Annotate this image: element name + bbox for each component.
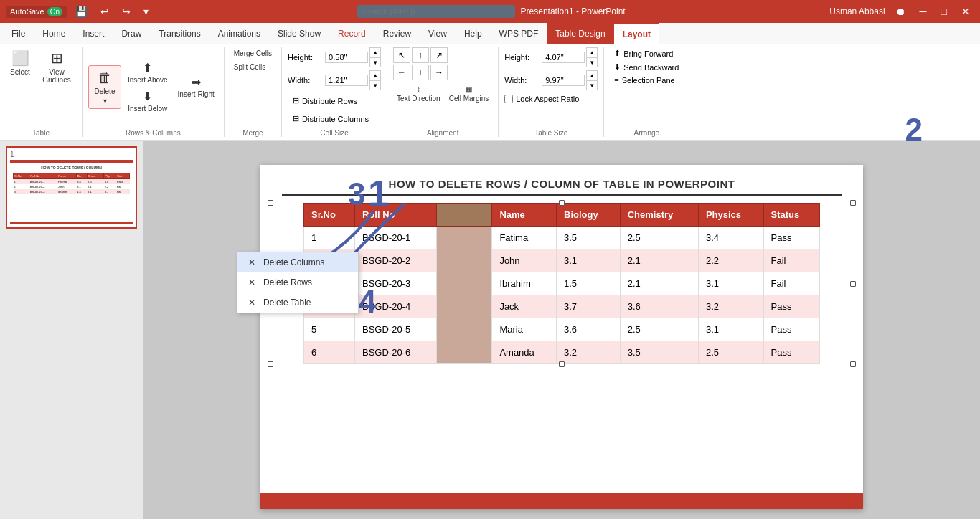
table-cell[interactable]: John [492,249,557,272]
tab-file[interactable]: File [3,23,34,44]
delete-button[interactable]: 🗑 Delete ▾ [90,67,119,107]
table-cell[interactable]: 3.1 [698,272,763,295]
tab-wpspdf[interactable]: WPS PDF [491,23,547,44]
table-cell[interactable]: Jack [492,295,557,318]
merge-cells-button[interactable]: Merge Cells [230,47,275,59]
table-height-up[interactable]: ▲ [586,47,598,57]
table-cell[interactable]: Amanda [492,341,557,364]
table-cell[interactable]: Pass [763,318,820,341]
cell-width-up[interactable]: ▲ [369,70,381,80]
text-direction-button[interactable]: ↕ Text Direction [393,83,444,105]
table-height-down[interactable]: ▼ [586,57,598,67]
table-cell[interactable]: 2.2 [698,249,763,272]
save-button[interactable]: 💾 [71,6,92,17]
ctx-delete-table[interactable]: ✕ Delete Table [237,292,358,313]
align-middle-right[interactable]: → [430,65,448,80]
cell-height-up[interactable]: ▲ [369,47,381,57]
table-cell[interactable]: 3.4 [698,227,763,249]
table-cell[interactable] [436,249,491,272]
table-cell[interactable]: 3.5 [557,227,621,249]
insert-right-button[interactable]: ➡ Insert Right [174,73,218,100]
table-cell[interactable]: 2.5 [620,318,698,341]
table-cell[interactable]: BSGD-20-5 [354,318,436,341]
ctx-delete-columns[interactable]: ✕ Delete Columns [237,252,358,272]
table-cell[interactable]: Fail [763,272,820,295]
distribute-columns-button[interactable]: ⊟ Distribute Columns [288,111,374,126]
table-cell[interactable]: Pass [763,341,820,364]
table-cell[interactable]: BSGD-20-2 [354,249,436,272]
insert-above-button[interactable]: ⬆ Insert Above [124,59,171,86]
table-cell[interactable]: 3.6 [557,318,621,341]
align-middle-left[interactable]: ← [393,65,410,80]
table-cell[interactable]: BSGD-20-4 [354,295,436,318]
tab-transitions[interactable]: Transitions [150,23,209,44]
table-cell[interactable]: 5 [304,318,355,341]
maximize-button[interactable]: □ [937,6,951,17]
table-cell[interactable]: Maria [492,318,557,341]
align-top-right[interactable]: ↗ [430,47,448,63]
insert-below-button[interactable]: ⬇ Insert Below [124,87,171,115]
slide-thumbnail-1[interactable]: 1 HOW TO DELETE ROWS / COLUMN Sr.No Roll… [6,146,137,229]
col-rollno[interactable]: Roll No [354,204,436,227]
align-top-left[interactable]: ↖ [393,47,410,63]
table-cell[interactable]: Pass [763,295,820,318]
tab-layout[interactable]: Layout [614,23,659,44]
select-button[interactable]: ⬜ Select [6,47,34,78]
tab-animations[interactable]: Animations [209,23,269,44]
table-cell[interactable]: 2.5 [698,341,763,364]
table-cell[interactable]: 3.5 [620,341,698,364]
slide-canvas[interactable]: 1 HOW TO DELETE ROWS / COLUMN OF TABLE I… [260,165,863,509]
data-table[interactable]: Sr.No Roll No Name Biology Chemistry Phy… [303,203,820,364]
table-height-input[interactable] [542,52,585,63]
table-cell[interactable] [436,272,491,295]
col-name[interactable]: Name [492,204,557,227]
redo-button[interactable]: ↪ [118,6,135,17]
table-cell[interactable]: Ibrahim [492,272,557,295]
search-input[interactable] [357,5,515,18]
table-cell[interactable]: 3.2 [557,341,621,364]
tab-insert[interactable]: Insert [74,23,113,44]
table-cell[interactable]: BSGD-20-6 [354,341,436,364]
tab-draw[interactable]: Draw [113,23,150,44]
table-cell[interactable]: Fatima [492,227,557,249]
table-width-input[interactable] [542,75,585,86]
view-gridlines-button[interactable]: ⊞ View Gridlines [37,47,76,86]
table-cell[interactable]: Fail [763,249,820,272]
bring-forward-button[interactable]: ⬆ Bring Forward [610,47,677,59]
selection-pane-button[interactable]: ≡ Selection Pane [610,75,679,86]
col-physics[interactable]: Physics [698,204,763,227]
cell-height-down[interactable]: ▼ [369,57,381,67]
table-cell[interactable]: 3.1 [557,249,621,272]
split-cells-button[interactable]: Split Cells [230,61,269,73]
table-cell[interactable]: 2.5 [620,227,698,249]
lock-aspect-checkbox[interactable] [504,95,513,103]
tab-tabledesign[interactable]: Table Design [547,23,613,44]
col-deleted[interactable] [436,204,491,227]
table-cell[interactable] [436,318,491,341]
align-middle-center[interactable]: + [412,65,429,80]
customize-button[interactable]: ▾ [139,6,153,17]
col-status[interactable]: Status [763,204,820,227]
table-cell[interactable]: 2.1 [620,249,698,272]
col-biology[interactable]: Biology [557,204,621,227]
tab-record[interactable]: Record [329,23,374,44]
close-button[interactable]: ✕ [957,6,974,17]
table-cell[interactable]: 2.1 [620,272,698,295]
table-cell[interactable] [436,227,491,249]
table-cell[interactable]: 1 [304,227,355,249]
tab-review[interactable]: Review [374,23,420,44]
col-chemistry[interactable]: Chemistry [620,204,698,227]
tab-slideshow[interactable]: Slide Show [269,23,329,44]
table-cell[interactable]: BSGD-20-1 [354,227,436,249]
table-cell[interactable]: 3.2 [698,295,763,318]
tab-view[interactable]: View [420,23,456,44]
cell-width-down[interactable]: ▼ [369,80,381,90]
table-cell[interactable]: 3.7 [557,295,621,318]
table-cell[interactable] [436,341,491,364]
autosave-button[interactable]: AutoSave On [6,6,67,18]
send-backward-button[interactable]: ⬇ Send Backward [610,61,683,73]
table-width-down[interactable]: ▼ [586,80,598,90]
table-cell[interactable]: 6 [304,341,355,364]
tab-help[interactable]: Help [456,23,491,44]
tab-home[interactable]: Home [34,23,74,44]
